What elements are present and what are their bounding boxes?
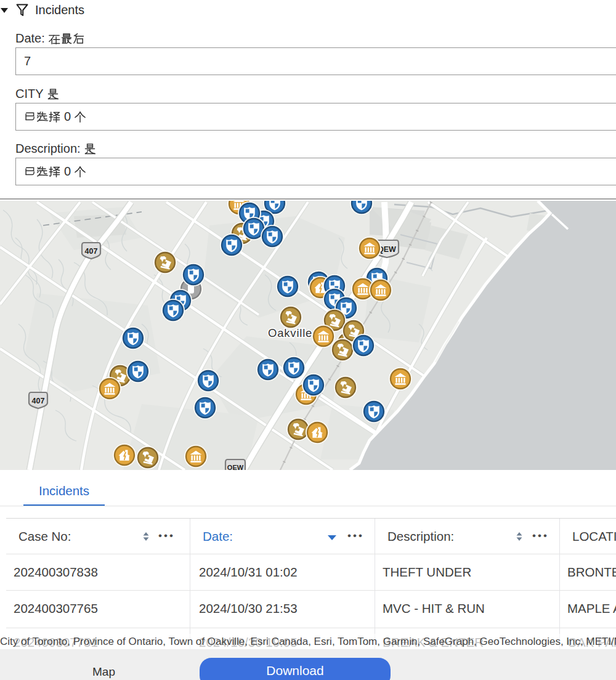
svg-text:QEW: QEW xyxy=(227,464,244,470)
svg-text:407: 407 xyxy=(32,397,45,405)
svg-text:407: 407 xyxy=(85,247,98,256)
